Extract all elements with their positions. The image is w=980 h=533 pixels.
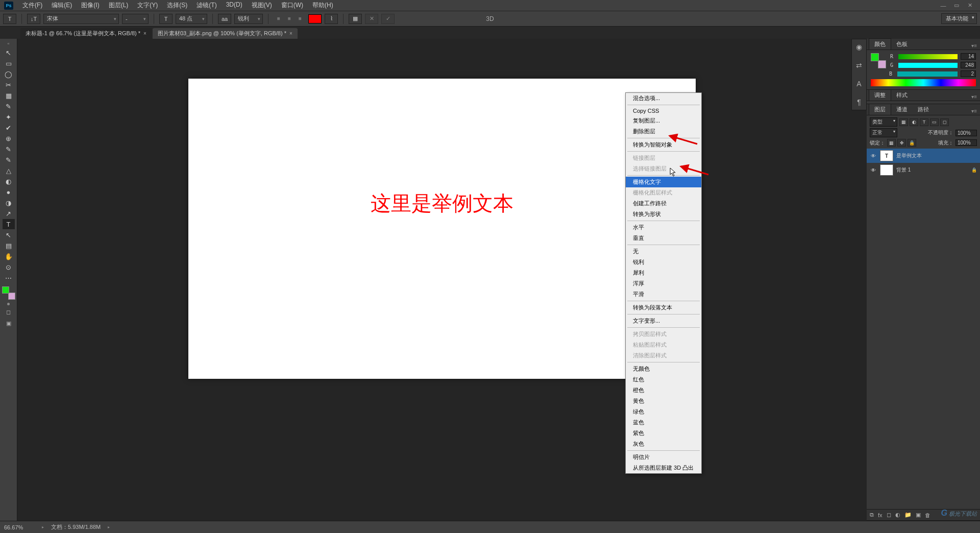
layer-name-bg[interactable]: 背景 1 [896,166,911,174]
color-slider-r[interactable]: R 14 [890,53,976,60]
tool-7[interactable]: ✔ [3,123,15,133]
screen-mode-button[interactable]: ▣ [4,319,13,328]
tool-5[interactable]: ✎ [3,101,15,111]
antialias-select[interactable]: 锐利 [234,14,263,24]
menu-type[interactable]: 文字(Y) [133,0,162,11]
document-tab-2[interactable]: 图片素材03_副本.png @ 100% (举例文字, RGB/8) * × [153,28,298,39]
context-item-19[interactable]: 无 [626,246,701,257]
filter-adjust-icon[interactable]: ◐ [910,118,918,126]
tool-21[interactable]: ⋯ [3,273,15,283]
sample-text[interactable]: 这里是举例文本 [371,189,513,217]
color-panel-bg-swatch[interactable] [878,60,886,68]
context-item-21[interactable]: 犀利 [626,268,701,278]
color-spectrum[interactable] [871,79,976,86]
tool-10[interactable]: ✎ [3,155,15,165]
context-item-3[interactable]: 复制图层... [626,115,701,126]
lock-position-icon[interactable]: ✥ [897,139,906,147]
tab-styles[interactable]: 样式 [891,90,913,101]
layer-item-background[interactable]: 👁 背景 1 🔒 [867,163,980,177]
filter-pixel-icon[interactable]: ▦ [899,118,908,126]
slider-track-r[interactable] [898,54,958,59]
context-item-11[interactable]: 栅格化文字 [626,177,701,187]
context-item-37[interactable]: 绿色 [626,406,701,417]
tool-6[interactable]: ✦ [3,112,15,122]
menu-help[interactable]: 帮助(H) [308,0,337,11]
tab-adjustments[interactable]: 调整 [869,89,891,101]
tool-14[interactable]: ◑ [3,198,15,208]
document-tab-1[interactable]: 未标题-1 @ 66.7% (这里是举例文本, RGB/8) * × [20,28,152,39]
color-panel-fg-swatch[interactable] [871,53,879,61]
value-g[interactable]: 248 [961,62,976,68]
tool-19[interactable]: ✋ [3,251,15,261]
tool-15[interactable]: ↗ [3,208,15,219]
context-item-0[interactable]: 混合选项... [626,93,701,104]
filter-type-icon[interactable]: T [920,118,928,126]
slider-track-b[interactable] [897,71,958,77]
properties-panel-icon[interactable]: ⇄ [852,60,866,71]
tool-16[interactable]: T [3,219,15,229]
close-tab-1-icon[interactable]: × [143,31,146,36]
tool-3[interactable]: ✂ [3,80,15,90]
docinfo-dropdown-icon[interactable]: ▸ [108,525,110,529]
context-item-4[interactable]: 删除图层 [626,126,701,137]
context-item-40[interactable]: 灰色 [626,439,701,449]
context-item-39[interactable]: 紫色 [626,428,701,439]
context-item-25[interactable]: 转换为段落文本 [626,302,701,313]
canvas[interactable]: 这里是举例文本 [188,79,696,379]
quick-mask-button[interactable]: ◻ [4,307,13,317]
tab-channels[interactable]: 通道 [891,104,913,115]
toolbox-collapse-icon[interactable]: « [2,41,16,46]
document-info[interactable]: 文档：5.93M/1.88M [51,523,101,531]
adjustments-panel-menu-icon[interactable]: ▾≡ [968,93,980,101]
context-item-43[interactable]: 从所选图层新建 3D 凸出 [626,463,701,473]
text-color-swatch[interactable] [308,14,322,23]
context-item-16[interactable]: 水平 [626,222,701,233]
minimize-button[interactable]: — [937,2,949,10]
menu-image[interactable]: 图像(I) [77,0,103,11]
tool-17[interactable]: ↖ [3,230,15,240]
delete-layer-icon[interactable]: 🗑 [925,512,930,518]
context-item-23[interactable]: 平滑 [626,289,701,300]
color-slider-b[interactable]: B 2 [889,70,976,77]
context-item-34[interactable]: 红色 [626,374,701,385]
font-family-select[interactable]: 宋体 [43,14,119,24]
tool-18[interactable]: ▤ [3,240,15,251]
tool-13[interactable]: ● [3,187,15,197]
visibility-icon[interactable]: 👁 [870,153,877,159]
menu-window[interactable]: 窗口(W) [277,0,307,11]
character-panel-button[interactable]: ▦ [349,14,362,24]
adjustment-layer-icon[interactable]: ◐ [895,512,900,518]
tool-11[interactable]: △ [3,165,15,176]
value-b[interactable]: 2 [961,70,976,77]
foreground-color-swatch[interactable] [2,286,9,294]
tool-20[interactable]: ⊙ [3,262,15,272]
zoom-level[interactable]: 66.67% [4,524,35,530]
tab-color[interactable]: 颜色 [869,38,891,50]
menu-select[interactable]: 选择(S) [163,0,191,11]
menu-file[interactable]: 文件(F) [18,0,46,11]
tool-0[interactable]: ↖ [3,47,15,58]
background-color-swatch[interactable] [8,293,15,300]
color-panel-fgbg[interactable] [871,53,886,68]
opacity-input[interactable]: 100% [955,130,977,136]
filter-smart-icon[interactable]: ◻ [940,118,949,126]
cancel-button[interactable]: ✕ [365,14,378,24]
align-center-button[interactable]: ≡ [284,14,295,23]
value-r[interactable]: 14 [961,53,976,60]
tab-layers[interactable]: 图层 [869,104,891,115]
tool-12[interactable]: ◐ [3,176,15,186]
visibility-icon[interactable]: 👁 [870,167,877,173]
context-item-36[interactable]: 黄色 [626,396,701,406]
color-slider-g[interactable]: G 248 [890,62,976,68]
character-panel-icon[interactable]: A [852,78,866,89]
new-layer-icon[interactable]: ▣ [916,512,921,518]
history-panel-icon[interactable]: ◉ [852,41,866,53]
context-item-6[interactable]: 转换为智能对象 [626,139,701,150]
tab-paths[interactable]: 路径 [913,104,934,115]
maximize-button[interactable]: ▭ [950,2,963,10]
context-item-2[interactable]: Copy CSS [626,106,701,115]
commit-button[interactable]: ✓ [381,14,395,24]
color-panel-menu-icon[interactable]: ▾≡ [968,42,980,50]
font-style-select[interactable]: - [122,14,149,24]
layer-name-text[interactable]: 是举例文本 [896,152,922,159]
